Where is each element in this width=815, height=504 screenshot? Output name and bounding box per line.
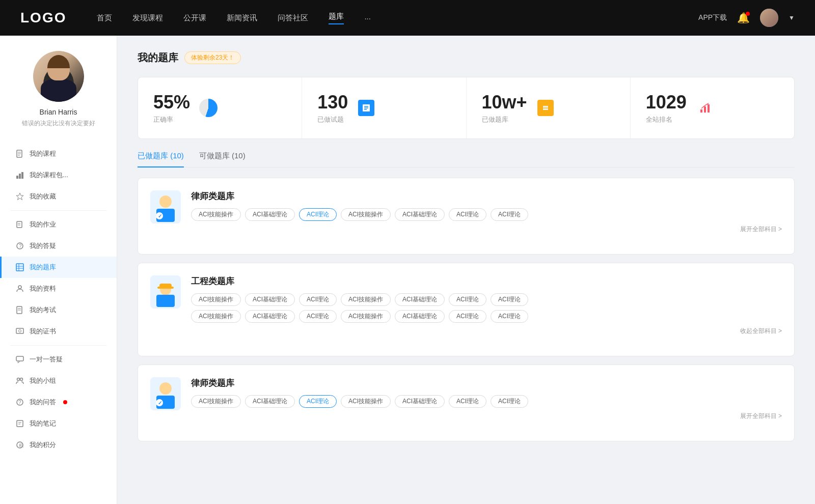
menu-label-myqa: 我的问答 — [30, 398, 56, 407]
tag-3-5[interactable]: ACI理论 — [449, 395, 486, 408]
pie-chart-icon — [198, 98, 219, 118]
tag-2-5[interactable]: ACI理论 — [449, 293, 486, 306]
sidebar-item-mynotes[interactable]: 我的笔记 — [0, 413, 117, 434]
qb-card-lawyer-1: ✓ 律师类题库 ACI技能操作 ACI基础理论 ACI理论 ACI技能操作 AC… — [138, 178, 795, 255]
tag-2-2[interactable]: ACI理论 — [299, 293, 337, 306]
group-icon — [15, 376, 24, 385]
profile-motto: 错误的决定比没有决定要好 — [22, 119, 95, 128]
notification-bell[interactable]: 🔔 — [737, 12, 750, 24]
profile-section: Brian Harris 错误的决定比没有决定要好 — [0, 51, 117, 138]
svg-rect-8 — [17, 221, 22, 228]
qb-title-2: 工程类题库 — [191, 275, 782, 287]
nav-link-opencourse[interactable]: 公开课 — [183, 13, 206, 23]
tag-2-4[interactable]: ACI基础理论 — [395, 293, 445, 306]
qb-title-1: 律师类题库 — [191, 190, 782, 202]
sidebar-item-mycert[interactable]: 我的证书 — [0, 321, 117, 342]
svg-rect-51 — [157, 287, 174, 289]
tag-1-1[interactable]: ACI基础理论 — [245, 208, 295, 221]
tag-2-1[interactable]: ACI基础理论 — [245, 293, 295, 306]
tag-2-0[interactable]: ACI技能操作 — [191, 293, 241, 306]
svg-rect-4 — [16, 176, 18, 179]
menu-label-myexam: 我的考试 — [30, 305, 56, 315]
user-avatar[interactable] — [760, 9, 778, 27]
qb-info-2: 工程类题库 ACI技能操作 ACI基础理论 ACI理论 ACI技能操作 ACI基… — [191, 275, 782, 335]
tag-3-4[interactable]: ACI基础理论 — [395, 395, 445, 408]
svg-point-24 — [17, 378, 20, 381]
sidebar-item-homework[interactable]: 我的作业 — [0, 214, 117, 235]
nav-link-news[interactable]: 新闻资讯 — [227, 13, 257, 23]
page-title: 我的题库 — [138, 51, 178, 65]
stat-banks-text: 10w+ 已做题库 — [482, 92, 527, 124]
sidebar-item-mypackage[interactable]: 我的课程包... — [0, 164, 117, 186]
stat-rank-text: 1029 全站排名 — [646, 92, 687, 124]
tag-2-6[interactable]: ACI理论 — [491, 293, 528, 306]
sidebar-item-myprofile[interactable]: 我的资料 — [0, 278, 117, 299]
tag-1-0[interactable]: ACI技能操作 — [191, 208, 241, 221]
nav-link-home[interactable]: 首页 — [97, 13, 112, 23]
user-icon — [15, 284, 24, 293]
tags-3: ACI技能操作 ACI基础理论 ACI理论 ACI技能操作 ACI基础理论 AC… — [191, 395, 782, 408]
expand-link-3[interactable]: 展开全部科目 > — [191, 412, 782, 421]
star-icon — [15, 192, 24, 201]
layout: Brian Harris 错误的决定比没有决定要好 我的课程 我的课程包... — [0, 36, 815, 504]
tag-2r2-3[interactable]: ACI技能操作 — [341, 310, 391, 323]
engineer-icon — [150, 275, 181, 309]
menu-divider-2 — [10, 345, 106, 346]
svg-rect-5 — [19, 174, 21, 179]
tag-1-3[interactable]: ACI技能操作 — [341, 208, 391, 221]
nav-link-discover[interactable]: 发现课程 — [132, 13, 163, 23]
tag-3-6[interactable]: ACI理论 — [491, 395, 528, 408]
tag-3-0[interactable]: ACI技能操作 — [191, 395, 241, 408]
qb-card-lawyer-2: ✓ 律师类题库 ACI技能操作 ACI基础理论 ACI理论 ACI技能操作 AC… — [138, 365, 795, 441]
svg-text:✓: ✓ — [158, 400, 162, 406]
tab-available[interactable]: 可做题库 (10) — [199, 151, 246, 167]
sidebar-item-mycourse[interactable]: 我的课程 — [0, 143, 117, 164]
collapse-link-2[interactable]: 收起全部科目 > — [191, 327, 782, 335]
sidebar-item-favorites[interactable]: 我的收藏 — [0, 186, 117, 207]
sidebar-item-mygroup[interactable]: 我的小组 — [0, 370, 117, 391]
tag-3-2[interactable]: ACI理论 — [299, 395, 337, 408]
tag-1-6[interactable]: ACI理论 — [491, 208, 528, 221]
sidebar-item-mypoints[interactable]: 积 我的积分 — [0, 434, 117, 456]
tag-1-4[interactable]: ACI基础理论 — [395, 208, 445, 221]
svg-rect-13 — [16, 264, 23, 271]
app-download-button[interactable]: APP下载 — [698, 13, 727, 22]
sidebar-item-questionbank[interactable]: 我的题库 — [0, 257, 117, 278]
bar-icon — [15, 171, 24, 180]
myqa-notification-dot — [63, 400, 67, 404]
tag-2r2-1[interactable]: ACI基础理论 — [245, 310, 295, 323]
nav-link-more[interactable]: ··· — [364, 14, 371, 22]
menu-label-questionbank: 我的题库 — [30, 263, 56, 272]
chat-icon — [15, 355, 24, 364]
sidebar-item-myexam[interactable]: 我的考试 — [0, 299, 117, 321]
tag-1-5[interactable]: ACI理论 — [449, 208, 486, 221]
menu-label-mypoints: 我的积分 — [30, 440, 56, 450]
menu-label-mynotes: 我的笔记 — [30, 419, 56, 428]
nav-link-questionbank[interactable]: 题库 — [329, 12, 344, 24]
tag-3-1[interactable]: ACI基础理论 — [245, 395, 295, 408]
qb-info-3: 律师类题库 ACI技能操作 ACI基础理论 ACI理论 ACI技能操作 ACI基… — [191, 377, 782, 421]
profile-avatar[interactable] — [33, 51, 84, 102]
svg-rect-23 — [16, 356, 23, 361]
tab-done[interactable]: 已做题库 (10) — [138, 151, 184, 167]
tag-2r2-4[interactable]: ACI基础理论 — [395, 310, 445, 323]
sidebar-item-myqa[interactable]: ? 我的问答 — [0, 391, 117, 413]
nav-link-qa[interactable]: 问答社区 — [278, 13, 308, 23]
expand-link-1[interactable]: 展开全部科目 > — [191, 225, 782, 234]
tag-3-3[interactable]: ACI技能操作 — [341, 395, 391, 408]
avatar-image — [33, 51, 84, 102]
tag-2r2-5[interactable]: ACI理论 — [449, 310, 486, 323]
score-icon: 积 — [15, 440, 24, 450]
tag-1-2[interactable]: ACI理论 — [299, 208, 337, 221]
user-menu-arrow[interactable]: ▼ — [789, 14, 795, 21]
tag-2r2-6[interactable]: ACI理论 — [491, 310, 528, 323]
menu-label-homework: 我的作业 — [30, 220, 56, 229]
tags-1: ACI技能操作 ACI基础理论 ACI理论 ACI技能操作 ACI基础理论 AC… — [191, 208, 782, 221]
tag-2r2-0[interactable]: ACI技能操作 — [191, 310, 241, 323]
tag-2-3[interactable]: ACI技能操作 — [341, 293, 391, 306]
sidebar-item-qa[interactable]: ? 我的答疑 — [0, 235, 117, 257]
sidebar-item-1on1[interactable]: 一对一答疑 — [0, 349, 117, 370]
lawyer-icon-2: ✓ — [150, 377, 181, 410]
tag-2r2-2[interactable]: ACI理论 — [299, 310, 337, 323]
stat-rank-value: 1029 — [646, 92, 687, 113]
